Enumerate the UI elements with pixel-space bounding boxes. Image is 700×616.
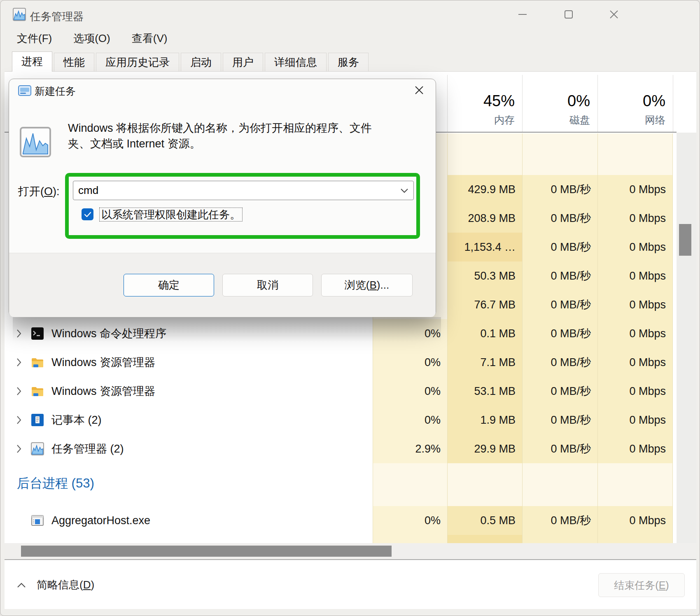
empty-cell	[522, 463, 597, 506]
disk-cell: 0 MB/秒	[522, 377, 597, 406]
open-combobox[interactable]: cmd	[73, 181, 414, 200]
network-cell: 0 Mbps	[597, 319, 673, 348]
disk-usage-percent: 0%	[567, 92, 590, 110]
new-task-dialog-icon	[18, 85, 31, 96]
close-window-button[interactable]	[602, 6, 625, 23]
vertical-scrollbar-thumb[interactable]	[679, 224, 691, 256]
chevron-right-icon	[13, 357, 31, 367]
network-cell: 0 Mbps	[597, 535, 673, 543]
cpu-cell: 0%	[373, 406, 447, 434]
table-row[interactable]: Application Frame Host	[13, 535, 367, 543]
tab-details[interactable]: 详细信息	[265, 53, 327, 72]
menu-bar: 文件(F) 选项(O) 查看(V)	[15, 31, 169, 46]
end-task-button[interactable]: 结束任务(E)	[598, 573, 685, 597]
process-name: Windows 命令处理程序	[51, 326, 166, 341]
process-name: 记事本 (2)	[51, 413, 102, 427]
memory-column-label: 内存	[494, 113, 515, 127]
notepad-icon	[31, 413, 44, 427]
network-cell: 0 Mbps	[597, 290, 673, 319]
open-label: 打开(O):	[18, 184, 60, 199]
chevron-right-icon	[13, 386, 31, 396]
maximize-button[interactable]	[557, 6, 580, 23]
close-icon	[608, 9, 620, 20]
memory-cell: 1,153.4 …	[447, 233, 522, 261]
process-name: 任务管理器 (2)	[51, 441, 124, 456]
empty-cell	[373, 463, 447, 506]
network-cell: 0 Mbps	[597, 261, 673, 290]
network-cell: 0 Mbps	[597, 506, 673, 535]
table-row[interactable]: 任务管理器 (2)	[13, 434, 367, 463]
ok-button[interactable]: 确定	[124, 274, 214, 296]
table-row[interactable]: Windows 资源管理器	[13, 377, 367, 406]
horizontal-scrollbar-thumb[interactable]	[21, 546, 392, 557]
close-icon	[414, 85, 425, 96]
cmd-icon	[31, 327, 44, 340]
task-manager-window: 任务管理器 文件(F) 选项(O) 查看(V) 进程 性能 应用历史记录 启动 …	[0, 0, 700, 616]
admin-privileges-checkbox[interactable]	[82, 208, 93, 220]
title-bar: 任务管理器	[0, 0, 700, 27]
tab-performance[interactable]: 性能	[54, 53, 94, 72]
network-cell: 0 Mbps	[597, 348, 673, 377]
disk-cell: 0 MB/秒	[522, 506, 597, 535]
memory-cell: 50.3 MB	[447, 261, 522, 290]
disk-cell: 0 MB/秒	[522, 175, 597, 204]
menu-view[interactable]: 查看(V)	[130, 31, 169, 46]
disk-cell: 0 MB/秒	[522, 406, 597, 434]
tab-processes[interactable]: 进程	[12, 51, 52, 72]
table-row[interactable]: 记事本 (2)	[13, 406, 367, 434]
empty-cell	[522, 133, 597, 175]
dialog-close-button[interactable]	[411, 82, 427, 98]
empty-cell	[597, 463, 673, 506]
column-header-disk[interactable]: 0% 磁盘	[522, 75, 597, 132]
memory-cell: 76.7 MB	[447, 290, 522, 319]
empty-cell	[447, 133, 522, 175]
disk-cell: 0 MB/秒	[522, 434, 597, 463]
network-cell: 0 Mbps	[597, 175, 673, 204]
tab-app-history[interactable]: 应用历史记录	[96, 53, 179, 72]
column-header-network[interactable]: 0% 网络	[597, 75, 673, 132]
menu-options[interactable]: 选项(O)	[72, 31, 112, 46]
disk-cell: 0 MB/秒	[522, 204, 597, 233]
status-bar: 简略信息(D) 结束任务(E)	[5, 559, 696, 609]
column-header-memory[interactable]: 45% 内存	[447, 75, 522, 132]
chevron-down-icon[interactable]	[395, 188, 413, 193]
minimize-icon	[517, 9, 528, 20]
cancel-button[interactable]: 取消	[222, 274, 313, 296]
details-toggle-label: 简略信息(D)	[37, 578, 94, 592]
maximize-icon	[563, 9, 574, 20]
memory-cell: 0.1 MB	[447, 319, 522, 348]
disk-cell: 0 MB/秒	[522, 261, 597, 290]
tab-users[interactable]: 用户	[223, 53, 263, 72]
empty-cell	[597, 133, 673, 175]
memory-cell: 7.1 MB	[447, 348, 522, 377]
network-cell: 0 Mbps	[597, 406, 673, 434]
table-row[interactable]: Windows 资源管理器	[13, 348, 367, 377]
cpu-cell: 0%	[373, 506, 447, 535]
disk-cell: 0 MB/秒	[522, 348, 597, 377]
taskmgr-icon	[31, 442, 44, 455]
minimize-button[interactable]	[511, 6, 534, 23]
admin-privileges-label[interactable]: 以系统管理权限创建此任务。	[100, 208, 242, 221]
details-toggle[interactable]: 简略信息(D)	[17, 560, 94, 610]
memory-usage-percent: 45%	[483, 92, 515, 110]
horizontal-scrollbar[interactable]	[5, 543, 696, 559]
vertical-scrollbar[interactable]	[677, 133, 696, 543]
create-new-task-dialog: 新建任务 Windows 将根据你所键入的名称，为你打开相应的程序、文件夹、文档…	[9, 79, 436, 317]
table-row[interactable]: AggregatorHost.exe	[13, 506, 367, 535]
tab-services[interactable]: 服务	[328, 53, 369, 72]
process-name: AggregatorHost.exe	[51, 514, 150, 527]
table-row[interactable]: Windows 命令处理程序	[13, 319, 367, 348]
task-manager-graph-icon	[20, 127, 51, 157]
section-header-background-processes: 后台进程 (53)	[17, 469, 94, 498]
header-end-line	[673, 75, 673, 132]
open-combobox-value: cmd	[73, 184, 395, 197]
chevron-up-icon	[17, 582, 26, 588]
browse-label: 浏览(B)...	[345, 278, 389, 292]
disk-cell: 0 MB/秒	[522, 290, 597, 319]
cpu-cell: 0%	[373, 348, 447, 377]
menu-file[interactable]: 文件(F)	[15, 31, 54, 46]
tab-startup[interactable]: 启动	[181, 53, 221, 72]
memory-cell: 6.9 MB	[447, 535, 522, 543]
browse-button[interactable]: 浏览(B)...	[321, 274, 413, 296]
network-column-label: 网络	[645, 113, 665, 127]
